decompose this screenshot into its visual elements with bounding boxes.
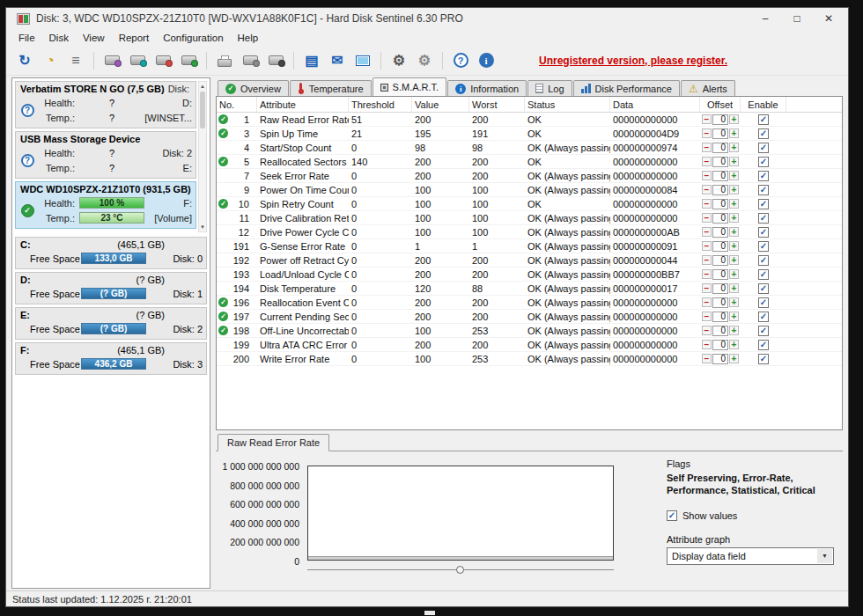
tab-temperature[interactable]: Temperature: [290, 80, 372, 96]
offset-decrease-button[interactable]: −: [702, 354, 712, 363]
offset-decrease-button[interactable]: −: [702, 227, 712, 237]
table-row[interactable]: ✓1Raw Read Error Rate51200200OK000000000…: [217, 113, 842, 127]
offset-increase-button[interactable]: +: [729, 354, 739, 363]
offset-value[interactable]: 0: [712, 171, 728, 181]
offset-value[interactable]: 0: [712, 326, 728, 336]
enable-checkbox[interactable]: ✓: [758, 312, 769, 322]
tab-s-m-a-r-t[interactable]: S.M.A.R.T.: [372, 77, 447, 96]
table-row[interactable]: 193Load/Unload Cycle Cou...0200200OK (Al…: [217, 268, 842, 282]
enable-checkbox[interactable]: ✓: [758, 241, 769, 252]
table-row[interactable]: 191G-Sense Error Rate011OK (Always passi…: [217, 239, 842, 253]
scroll-thumb[interactable]: [200, 92, 205, 128]
volume-card[interactable]: D:(? GB)Free Space(? GB)Disk: 1: [15, 272, 207, 304]
offset-decrease-button[interactable]: −: [702, 199, 712, 209]
enable-checkbox[interactable]: ✓: [758, 128, 769, 139]
disk-test-icon[interactable]: [151, 49, 174, 72]
close-button[interactable]: ✕: [813, 9, 845, 28]
settings-icon[interactable]: ⚙: [387, 49, 410, 72]
report-icon[interactable]: ≡: [64, 49, 87, 72]
enable-checkbox[interactable]: ✓: [758, 269, 769, 280]
offset-value[interactable]: 0: [712, 143, 728, 153]
enable-checkbox[interactable]: ✓: [758, 340, 769, 350]
offset-decrease-button[interactable]: −: [702, 241, 712, 251]
disk-card[interactable]: Verbatim STORE N GO (7,5 GB)Disk: 1?Heal…: [15, 81, 196, 128]
table-row[interactable]: ✓10Spin Retry Count0100100OK000000000000…: [217, 197, 842, 211]
tab-alerts[interactable]: ⚠Alerts: [681, 80, 735, 96]
refresh-icon[interactable]: ↻: [13, 49, 36, 72]
offset-decrease-button[interactable]: −: [702, 326, 712, 335]
offset-decrease-button[interactable]: −: [702, 143, 712, 152]
column-header-data[interactable]: Data: [610, 97, 700, 112]
list-report-icon[interactable]: ▤: [300, 49, 323, 72]
table-row[interactable]: 9Power On Time Count0100100OK (Always pa…: [217, 183, 842, 197]
disk-history-icon[interactable]: [100, 49, 123, 72]
help-icon[interactable]: ?: [449, 49, 472, 72]
offset-value[interactable]: 0: [712, 213, 728, 224]
menu-item-report[interactable]: Report: [112, 31, 157, 45]
table-row[interactable]: 7Seek Error Rate0200200OK (Always passin…: [217, 169, 842, 183]
menu-item-disk[interactable]: Disk: [42, 31, 76, 45]
column-header-threshold[interactable]: Threshold: [349, 97, 412, 112]
offset-increase-button[interactable]: +: [729, 227, 739, 237]
disk-ok-icon[interactable]: [177, 49, 200, 72]
scroll-up-icon[interactable]: ▲: [199, 82, 206, 91]
table-row[interactable]: ✓3Spin Up Time21195191OK0000000004D9−0+✓: [217, 127, 842, 141]
column-header-status[interactable]: Status: [525, 97, 610, 112]
offset-decrease-button[interactable]: −: [702, 185, 712, 194]
tab-information[interactable]: iInformation: [447, 80, 527, 96]
offset-increase-button[interactable]: +: [729, 199, 739, 209]
offset-increase-button[interactable]: +: [729, 269, 739, 279]
offset-decrease-button[interactable]: −: [702, 269, 712, 279]
scroll-down-icon[interactable]: ▼: [199, 223, 206, 231]
column-header-offset[interactable]: Offset: [700, 97, 741, 112]
offset-value[interactable]: 0: [712, 354, 728, 364]
table-row[interactable]: ✓198Off-Line Uncorrectable ...0100253OK …: [217, 324, 842, 338]
table-row[interactable]: 192Power off Retract Cycle ...0200200OK …: [217, 253, 842, 268]
disk-card[interactable]: WDC WD10SPZX-21Z10T0 (931,5 GB)D✓Health:…: [15, 181, 196, 229]
column-header-no[interactable]: No.: [217, 97, 257, 112]
offset-decrease-button[interactable]: −: [702, 297, 712, 307]
offset-value[interactable]: 0: [712, 241, 728, 252]
offset-value[interactable]: 0: [712, 312, 728, 322]
table-row[interactable]: 11Drive Calibration Retry ...0100100OK (…: [217, 211, 842, 225]
enable-checkbox[interactable]: ✓: [758, 326, 769, 336]
enable-checkbox[interactable]: ✓: [758, 213, 769, 224]
graph-tab-raw-read-error-rate[interactable]: Raw Read Error Rate: [218, 434, 329, 451]
enable-checkbox[interactable]: ✓: [758, 297, 769, 308]
offset-value[interactable]: 0: [712, 114, 728, 125]
offset-increase-button[interactable]: +: [729, 340, 739, 349]
disk-eject-icon[interactable]: [264, 49, 287, 72]
menu-item-file[interactable]: File: [11, 31, 42, 45]
offset-increase-button[interactable]: +: [729, 185, 739, 194]
show-values-checkbox[interactable]: ✓: [667, 510, 677, 521]
offset-increase-button[interactable]: +: [729, 312, 739, 321]
offset-increase-button[interactable]: +: [729, 255, 739, 265]
print-icon[interactable]: [213, 49, 236, 72]
enable-checkbox[interactable]: ✓: [758, 143, 769, 153]
offset-increase-button[interactable]: +: [729, 128, 739, 138]
offset-value[interactable]: 0: [712, 269, 728, 280]
column-header-attribute[interactable]: Attribute: [257, 97, 349, 112]
enable-checkbox[interactable]: ✓: [758, 227, 769, 238]
graph-slider-thumb[interactable]: [456, 566, 464, 574]
column-header-enable[interactable]: Enable: [741, 97, 786, 112]
offset-value[interactable]: 0: [712, 297, 728, 308]
minimize-button[interactable]: –: [749, 9, 781, 28]
preferences-icon[interactable]: ⚙: [413, 49, 436, 72]
offset-increase-button[interactable]: +: [729, 213, 739, 223]
offset-decrease-button[interactable]: −: [702, 128, 712, 138]
offset-value[interactable]: 0: [712, 185, 728, 195]
mail-icon[interactable]: ✉: [326, 49, 349, 72]
monitor-icon[interactable]: [351, 49, 374, 72]
offset-decrease-button[interactable]: −: [702, 171, 712, 180]
disk-card[interactable]: USB Mass Storage Device?Health:?Disk: 2T…: [15, 131, 196, 179]
unregistered-link[interactable]: Unregistered version, please register.: [539, 55, 727, 67]
offset-value[interactable]: 0: [712, 128, 728, 139]
detect-disks-icon[interactable]: ◔: [39, 49, 62, 72]
enable-checkbox[interactable]: ✓: [758, 185, 769, 195]
offset-increase-button[interactable]: +: [729, 114, 739, 124]
menu-item-configuration[interactable]: Configuration: [156, 31, 230, 45]
offset-value[interactable]: 0: [712, 340, 728, 350]
enable-checkbox[interactable]: ✓: [758, 255, 769, 266]
table-row[interactable]: 194Disk Temperature012088OK (Always pass…: [217, 282, 842, 296]
